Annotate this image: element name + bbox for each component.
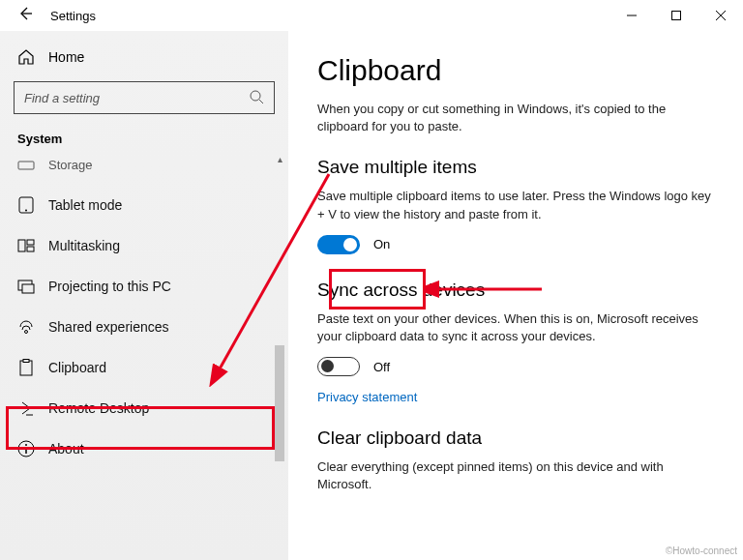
sidebar-item-remote[interactable]: Remote Desktop xyxy=(0,388,288,428)
svg-rect-16 xyxy=(23,360,29,363)
projecting-icon xyxy=(17,278,35,295)
search-icon xyxy=(249,89,264,107)
storage-icon xyxy=(17,156,35,173)
search-input[interactable]: Find a setting xyxy=(14,81,275,114)
sidebar-item-projecting[interactable]: Projecting to this PC xyxy=(0,266,288,307)
home-label: Home xyxy=(48,49,84,65)
sync-toggle[interactable] xyxy=(317,357,360,376)
svg-rect-9 xyxy=(18,240,25,251)
about-icon xyxy=(17,440,35,457)
sidebar-item-label: Remote Desktop xyxy=(48,400,149,416)
multitasking-icon xyxy=(17,237,35,254)
tablet-icon xyxy=(17,196,35,214)
home-icon xyxy=(17,48,35,66)
search-placeholder: Find a setting xyxy=(24,91,100,105)
svg-point-4 xyxy=(251,91,260,101)
section-heading: Clear clipboard data xyxy=(317,427,714,449)
maximize-button[interactable] xyxy=(654,0,698,31)
section-heading: Save multiple items xyxy=(317,157,714,178)
svg-rect-13 xyxy=(22,284,34,293)
home-link[interactable]: Home xyxy=(0,41,288,81)
scroll-thumb[interactable] xyxy=(275,345,284,461)
section-desc: Paste text on your other devices. When t… xyxy=(317,310,714,345)
scrollbar[interactable]: ▴ xyxy=(273,152,286,539)
section-desc: Save multiple clipboard items to use lat… xyxy=(317,188,714,222)
privacy-link[interactable]: Privacy statement xyxy=(317,390,714,404)
minimize-button[interactable] xyxy=(609,0,654,31)
watermark: ©Howto-connect xyxy=(666,545,737,556)
svg-rect-10 xyxy=(27,240,34,245)
shared-icon xyxy=(17,318,35,336)
clipboard-icon xyxy=(17,359,35,376)
svg-point-14 xyxy=(25,331,28,334)
close-button[interactable] xyxy=(698,0,743,31)
sidebar-item-shared[interactable]: Shared experiences xyxy=(0,307,288,347)
window-title: Settings xyxy=(50,9,96,23)
svg-point-8 xyxy=(25,210,27,212)
svg-rect-11 xyxy=(27,247,34,251)
section-header: System xyxy=(0,132,288,152)
svg-rect-1 xyxy=(672,12,681,20)
sidebar: Home Find a setting System Storage Table… xyxy=(0,31,288,560)
scroll-up-icon[interactable]: ▴ xyxy=(273,152,286,165)
section-desc: Clear everything (except pinned items) o… xyxy=(317,458,714,493)
content-pane: Clipboard When you copy or cut something… xyxy=(288,31,743,560)
sidebar-item-label: Shared experiences xyxy=(48,319,169,335)
svg-point-19 xyxy=(25,444,27,446)
sidebar-item-label: Tablet mode xyxy=(48,197,122,213)
svg-rect-15 xyxy=(20,361,32,375)
intro-text: When you copy or cut something in Window… xyxy=(317,101,714,135)
title-bar: Settings xyxy=(0,0,743,31)
svg-line-5 xyxy=(259,100,263,103)
sidebar-item-tablet[interactable]: Tablet mode xyxy=(0,185,288,225)
sidebar-item-storage[interactable]: Storage xyxy=(0,152,288,185)
section-heading: Sync across devices xyxy=(317,280,714,301)
sidebar-item-label: About xyxy=(48,441,84,457)
save-multiple-toggle[interactable] xyxy=(317,235,360,254)
toggle-state: On xyxy=(373,237,390,251)
sidebar-item-label: Clipboard xyxy=(48,360,106,375)
sidebar-item-label: Projecting to this PC xyxy=(48,279,171,294)
back-button[interactable] xyxy=(17,6,33,25)
toggle-state: Off xyxy=(373,360,390,374)
remote-icon xyxy=(17,399,35,417)
sidebar-item-label: Storage xyxy=(48,158,93,172)
sidebar-item-multitasking[interactable]: Multitasking xyxy=(0,225,288,266)
sidebar-item-clipboard[interactable]: Clipboard xyxy=(0,347,288,388)
sidebar-item-about[interactable]: About xyxy=(0,428,288,469)
svg-rect-6 xyxy=(18,162,34,169)
sidebar-item-label: Multitasking xyxy=(48,238,120,253)
page-title: Clipboard xyxy=(317,54,714,87)
